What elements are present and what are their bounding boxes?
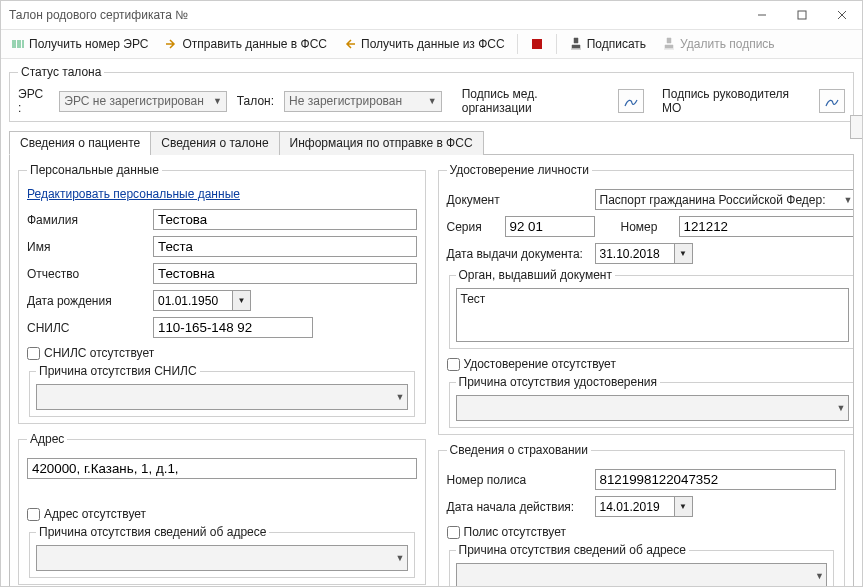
calendar-icon[interactable]: ▼ (232, 291, 250, 310)
address-reason-legend: Причина отсутствия сведений об адресе (36, 525, 269, 539)
tab-talon-info[interactable]: Сведения о талоне (150, 131, 279, 155)
snils-absent-label: СНИЛС отсутствует (44, 346, 154, 360)
calendar-icon[interactable]: ▼ (674, 244, 692, 263)
policy-absent-checkbox-row: Полис отсутствует (447, 525, 837, 539)
identity-absent-checkbox[interactable] (447, 358, 460, 371)
arrow-left-icon (343, 37, 357, 51)
tab-fss-send-info[interactable]: Информация по отправке в ФСС (279, 131, 484, 155)
policy-absent-checkbox[interactable] (447, 526, 460, 539)
maximize-button[interactable] (782, 1, 822, 29)
issuer-textarea[interactable]: Тест (456, 288, 849, 342)
close-button[interactable] (822, 1, 862, 29)
dob-label: Дата рождения (27, 294, 145, 308)
address-input[interactable] (27, 458, 417, 479)
name-label: Имя (27, 240, 145, 254)
chevron-down-icon: ▼ (844, 195, 853, 205)
tab-patient-info[interactable]: Сведения о пациенте (9, 131, 151, 155)
insurance-reason-legend: Причина отсутствия сведений об адресе (456, 543, 689, 557)
chevron-down-icon: ▼ (837, 403, 846, 413)
sign-button[interactable]: Подписать (565, 35, 650, 53)
get-from-fss-button[interactable]: Получить данные из ФСС (339, 35, 509, 53)
title-bar: Талон родового сертификата № (1, 1, 862, 29)
identity-legend: Удостоверение личности (447, 163, 592, 177)
issuer-legend: Орган, выдавший документ (456, 268, 615, 282)
sig-head-label: Подпись руководителя МО (662, 87, 809, 115)
identity-absent-checkbox-row: Удостоверение отсутствует (447, 357, 855, 371)
patronymic-input[interactable] (153, 263, 417, 284)
series-input[interactable] (505, 216, 595, 237)
ers-status-combo[interactable]: ЭРС не зарегистрирован ▼ (59, 91, 227, 112)
personal-data-group: Персональные данные Редактировать персон… (18, 163, 426, 424)
surname-input[interactable] (153, 209, 417, 230)
signature-icon (824, 93, 840, 109)
policy-start-label: Дата начала действия: (447, 500, 587, 514)
insurance-legend: Сведения о страховании (447, 443, 592, 457)
get-ers-label: Получить номер ЭРС (29, 37, 148, 51)
get-fss-label: Получить данные из ФСС (361, 37, 505, 51)
barcode-icon (11, 37, 25, 51)
doc-number-label: Номер (621, 220, 671, 234)
toolbar-separator (556, 34, 557, 54)
address-absent-checkbox-row: Адрес отсутствует (27, 507, 417, 521)
side-expand-button[interactable] (850, 115, 862, 139)
app-window: Талон родового сертификата № Получить но… (0, 0, 863, 587)
surname-label: Фамилия (27, 213, 145, 227)
calendar-icon[interactable]: ▼ (674, 497, 692, 516)
svg-rect-9 (532, 39, 542, 49)
snils-label: СНИЛС (27, 321, 145, 335)
address-absent-checkbox[interactable] (27, 508, 40, 521)
personal-legend: Персональные данные (27, 163, 162, 177)
dob-date-picker[interactable]: ▼ (153, 290, 251, 311)
ers-status-value: ЭРС не зарегистрирован (64, 94, 204, 108)
sig-med-label: Подпись мед. организации (462, 87, 609, 115)
identity-reason-combo[interactable]: ▼ (456, 395, 849, 421)
issue-date-picker[interactable]: ▼ (595, 243, 693, 264)
issuer-group: Орган, выдавший документ Тест (449, 268, 855, 349)
edit-personal-link[interactable]: Редактировать персональные данные (27, 187, 240, 201)
ers-label: ЭРС : (18, 87, 49, 115)
snils-reason-legend: Причина отсутствия СНИЛС (36, 364, 200, 378)
policy-start-picker[interactable]: ▼ (595, 496, 693, 517)
address-absent-label: Адрес отсутствует (44, 507, 146, 521)
window-title: Талон родового сертификата № (9, 8, 188, 22)
get-ers-number-button[interactable]: Получить номер ЭРС (7, 35, 152, 53)
status-legend: Статус талона (18, 65, 104, 79)
identity-group: Удостоверение личности Документ Паспорт … (438, 163, 855, 435)
address-reason-group: Причина отсутствия сведений об адресе ▼ (29, 525, 415, 578)
snils-reason-group: Причина отсутствия СНИЛС ▼ (29, 364, 415, 417)
red-tool-button[interactable] (526, 35, 548, 53)
svg-rect-1 (798, 11, 806, 19)
talon-status-combo[interactable]: Не зарегистрирован ▼ (284, 91, 442, 112)
toolbar-separator (517, 34, 518, 54)
policy-number-input[interactable] (595, 469, 837, 490)
name-input[interactable] (153, 236, 417, 257)
sig-med-button[interactable] (618, 89, 644, 113)
insurance-group: Сведения о страховании Номер полиса Дата… (438, 443, 846, 586)
talon-status-group: Статус талона ЭРС : ЭРС не зарегистриров… (9, 65, 854, 122)
dob-input[interactable] (154, 291, 232, 310)
insurance-reason-combo[interactable]: ▼ (456, 563, 828, 586)
chevron-down-icon: ▼ (396, 553, 405, 563)
address-group: Адрес Адрес отсутствует Причина отсутств… (18, 432, 426, 585)
sig-head-button[interactable] (819, 89, 845, 113)
snils-reason-combo[interactable]: ▼ (36, 384, 408, 410)
address-reason-combo[interactable]: ▼ (36, 545, 408, 571)
delete-sign-button[interactable]: Удалить подпись (658, 35, 779, 53)
doc-number-input[interactable] (679, 216, 855, 237)
policy-start-input[interactable] (596, 497, 674, 516)
stamp-icon (569, 37, 583, 51)
stamp-remove-icon (662, 37, 676, 51)
send-to-fss-button[interactable]: Отправить данные в ФСС (160, 35, 331, 53)
snils-absent-checkbox[interactable] (27, 347, 40, 360)
red-square-icon (530, 37, 544, 51)
issue-date-input[interactable] (596, 244, 674, 263)
minimize-button[interactable] (742, 1, 782, 29)
signature-icon (623, 93, 639, 109)
chevron-down-icon: ▼ (396, 392, 405, 402)
sign-label: Подписать (587, 37, 646, 51)
snils-input[interactable] (153, 317, 313, 338)
doc-type-select[interactable]: Паспорт гражданина Российской Федер: ▼ (595, 189, 855, 210)
content-area: Статус талона ЭРС : ЭРС не зарегистриров… (1, 59, 862, 586)
doc-type-value: Паспорт гражданина Российской Федер: (600, 193, 826, 207)
chevron-down-icon: ▼ (428, 96, 437, 106)
